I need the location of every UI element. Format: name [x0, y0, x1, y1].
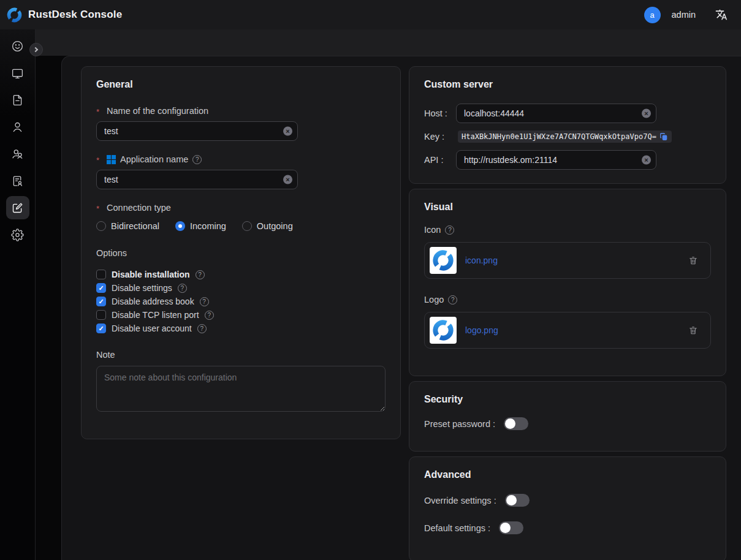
gear-icon	[11, 229, 24, 241]
checkbox-icon[interactable]: ✓	[96, 310, 106, 320]
app-name-input[interactable]	[96, 170, 298, 189]
key-value-box: HtaXBkJNHyn0e1U1jWXze7A7CN7QTGWqxkOtpaVp…	[458, 131, 672, 143]
app-name-label: Application name ?	[96, 154, 386, 164]
avatar[interactable]: a	[644, 7, 661, 23]
connection-type-label: Connection type	[96, 203, 386, 213]
help-icon[interactable]: ?	[192, 155, 202, 164]
radio-icon[interactable]	[96, 221, 106, 231]
logo-file-link[interactable]: logo.png	[465, 325, 498, 335]
radio-incoming[interactable]: Incoming	[175, 221, 226, 231]
config-name-label: Name of the configuration	[96, 106, 386, 116]
advanced-title: Advanced	[424, 469, 711, 480]
connection-type-radios: Bidirectional Incoming Outgoing	[96, 221, 386, 231]
key-value: HtaXBkJNHyn0e1U1jWXze7A7CN7QTGWqxkOtpaVp…	[462, 132, 656, 141]
host-row: Host : ×	[424, 104, 711, 123]
icon-thumbnail	[430, 247, 457, 274]
edit-icon	[11, 202, 24, 214]
security-title: Security	[424, 394, 711, 405]
document-icon	[11, 94, 24, 107]
options-label: Options	[96, 248, 386, 258]
translate-icon[interactable]	[715, 9, 728, 21]
radio-label: Incoming	[190, 221, 226, 231]
checkbox-icon[interactable]: ✓	[96, 324, 106, 333]
security-card: Security Preset password :	[409, 381, 726, 452]
clear-icon[interactable]: ×	[642, 156, 651, 165]
sidebar-expand-button[interactable]	[29, 43, 43, 56]
key-row: Key : HtaXBkJNHyn0e1U1jWXze7A7CN7QTGWqxk…	[424, 131, 711, 143]
brand[interactable]: RustDesk Console	[6, 7, 122, 23]
content-header-band	[36, 29, 741, 56]
sidebar-item-settings[interactable]	[4, 221, 31, 248]
radio-bidirectional[interactable]: Bidirectional	[96, 221, 159, 231]
icon-file-row: icon.png	[424, 242, 711, 279]
radio-icon[interactable]	[242, 221, 252, 231]
option-disable-tcp-listen-port[interactable]: ✓ Disable TCP listen port ?	[96, 308, 386, 322]
sidebar-item-documents[interactable]	[4, 86, 31, 113]
override-settings-row: Override settings :	[424, 494, 711, 507]
option-label: Disable installation	[112, 270, 190, 279]
main-panel: General Name of the configuration ×	[61, 56, 741, 560]
preset-password-toggle[interactable]	[504, 417, 528, 430]
clear-icon[interactable]: ×	[642, 109, 651, 118]
username[interactable]: admin	[672, 10, 696, 20]
host-input[interactable]	[456, 104, 656, 123]
visual-card: Visual Icon ? icon.png	[409, 189, 726, 376]
option-disable-address-book[interactable]: ✓ Disable address book ?	[96, 295, 386, 308]
help-icon[interactable]: ?	[448, 295, 457, 305]
sidebar-item-dashboard[interactable]	[4, 32, 31, 59]
help-icon[interactable]: ?	[445, 225, 454, 235]
sidebar-item-configurations[interactable]	[6, 196, 29, 219]
windows-icon	[107, 155, 116, 164]
note-textarea[interactable]	[96, 366, 386, 412]
option-disable-installation[interactable]: ✓ Disable installation ?	[96, 268, 386, 281]
help-icon[interactable]: ?	[178, 284, 187, 293]
key-label: Key :	[424, 132, 456, 142]
monitor-icon	[11, 67, 24, 80]
app-header: RustDesk Console a admin	[0, 0, 741, 29]
radio-label: Bidirectional	[111, 221, 159, 231]
override-settings-toggle[interactable]	[505, 494, 530, 507]
config-name-input[interactable]	[96, 121, 298, 141]
default-settings-toggle[interactable]	[499, 521, 523, 534]
checkbox-icon[interactable]: ✓	[96, 283, 106, 293]
checkbox-icon[interactable]: ✓	[96, 270, 106, 279]
audit-log-icon	[11, 175, 24, 187]
sidebar-item-users[interactable]	[4, 113, 31, 140]
preset-password-label: Preset password :	[424, 419, 495, 429]
option-label: Disable settings	[112, 283, 172, 293]
help-icon[interactable]: ?	[197, 324, 207, 333]
help-icon[interactable]: ?	[196, 270, 205, 279]
option-label: Disable address book	[112, 297, 194, 306]
app-title: RustDesk Console	[28, 9, 122, 21]
note-label: Note	[96, 350, 386, 360]
radio-outgoing[interactable]: Outgoing	[242, 221, 293, 231]
icon-file-link[interactable]: icon.png	[465, 255, 498, 265]
trash-icon[interactable]	[688, 325, 698, 335]
logo-file-row: logo.png	[424, 312, 711, 349]
users-icon	[11, 148, 24, 161]
help-icon[interactable]: ?	[205, 311, 214, 320]
trash-icon[interactable]	[688, 255, 698, 265]
api-row: API : ×	[424, 150, 711, 170]
api-label: API :	[424, 155, 456, 165]
logo-upload-label: Logo ?	[424, 295, 711, 305]
clear-icon[interactable]: ×	[283, 175, 292, 184]
sidebar-item-devices[interactable]	[4, 59, 31, 86]
option-disable-user-account[interactable]: ✓ Disable user account ?	[96, 322, 386, 335]
sidebar-item-groups[interactable]	[4, 140, 31, 167]
clear-icon[interactable]: ×	[283, 127, 292, 136]
option-disable-settings[interactable]: ✓ Disable settings ?	[96, 281, 386, 295]
api-input[interactable]	[456, 150, 656, 170]
custom-server-card: Custom server Host : × Key : HtaXBkJNHyn…	[409, 66, 726, 184]
copy-icon[interactable]	[659, 132, 668, 141]
help-icon[interactable]: ?	[200, 297, 209, 306]
icon-upload-label: Icon ?	[424, 225, 711, 235]
sidebar-item-audit[interactable]	[4, 167, 31, 194]
default-settings-label: Default settings :	[424, 523, 490, 533]
preset-password-row: Preset password :	[424, 417, 711, 430]
radio-label: Outgoing	[257, 221, 293, 231]
radio-icon[interactable]	[175, 221, 185, 231]
checkbox-icon[interactable]: ✓	[96, 297, 106, 306]
general-card: General Name of the configuration ×	[81, 66, 401, 439]
override-settings-label: Override settings :	[424, 496, 496, 505]
